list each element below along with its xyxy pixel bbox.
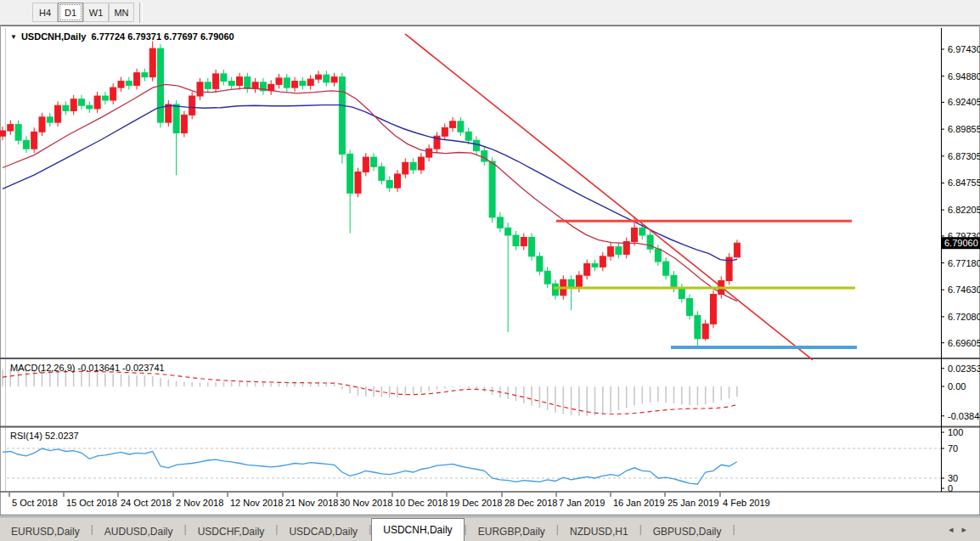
price-axis-label: 6.72080 xyxy=(948,312,980,322)
candle-body xyxy=(616,247,622,255)
price-axis-label: 6.97430 xyxy=(948,44,980,54)
date-axis-label: 30 Nov 2018 xyxy=(340,498,392,508)
symbol-tab-usdchf[interactable]: USDCHF,Daily xyxy=(187,522,276,541)
symbol-tab-usdcad[interactable]: USDCAD,Daily xyxy=(278,522,369,541)
price-axis-label: 6.92405 xyxy=(948,97,980,107)
candle-body xyxy=(395,174,401,188)
candle-body xyxy=(592,264,598,268)
candle-body xyxy=(442,127,448,136)
candle-body xyxy=(189,96,195,115)
candle-body xyxy=(679,288,684,298)
rsi-name: RSI(14) xyxy=(10,431,42,441)
candle-body xyxy=(39,117,45,132)
candle-body xyxy=(316,75,322,79)
candle-body xyxy=(489,161,495,217)
candle-body xyxy=(734,243,740,257)
candle-body xyxy=(355,172,361,193)
date-axis-label: 10 Dec 2018 xyxy=(395,498,448,508)
chart-title: ▼USDCNH,Daily 6.77724 6.79371 6.77697 6.… xyxy=(10,31,234,42)
candle-body xyxy=(134,73,140,86)
candle-body xyxy=(181,115,187,132)
rsi-axis-label: 30 xyxy=(948,473,958,483)
symbol-tab-nzdusd[interactable]: NZDUSD,H1 xyxy=(559,522,639,541)
symbol-dropdown-icon[interactable]: ▼ xyxy=(10,33,17,41)
macd-main-value: -0.013641 xyxy=(77,363,120,373)
candle-body xyxy=(276,78,282,84)
symbol-tab-gbpusd[interactable]: GBPUSD,Daily xyxy=(642,522,733,541)
candle-body xyxy=(228,82,234,86)
symbol-tabbar: EURUSD,Daily|AUDUSD,Daily|USDCHF,Daily|U… xyxy=(0,516,980,541)
macd-signal-value: -0.023741 xyxy=(122,363,165,373)
candle-body xyxy=(63,105,69,110)
candle-body xyxy=(465,132,471,140)
candle-body xyxy=(403,162,408,174)
candle-body xyxy=(55,105,61,122)
candle-body xyxy=(687,299,693,316)
candle-body xyxy=(142,73,148,77)
candle-body xyxy=(363,157,369,172)
candle-body xyxy=(371,157,377,166)
price-axis-label: 6.69605 xyxy=(948,338,980,348)
price-axis-label: 6.74630 xyxy=(948,285,980,295)
candle-body xyxy=(544,271,550,284)
price-axis-label: 6.84755 xyxy=(948,178,980,188)
candle-body xyxy=(418,157,424,170)
candle-body xyxy=(31,132,37,149)
candle-body xyxy=(347,154,353,193)
candle-body xyxy=(497,217,503,228)
symbol-tab-usdcnh[interactable]: USDCNH,Daily xyxy=(371,518,464,541)
date-axis-label: 25 Jan 2019 xyxy=(667,498,719,508)
date-axis-label: 15 Oct 2018 xyxy=(66,498,117,508)
candle-body xyxy=(126,82,132,86)
candle-body xyxy=(87,105,93,109)
price-chart-canvas[interactable]: 6.974306.948806.924056.898556.873056.847… xyxy=(0,0,980,541)
candle-body xyxy=(15,125,21,141)
candle-body xyxy=(213,74,219,88)
candle-body xyxy=(450,121,456,127)
candle-body xyxy=(110,87,116,100)
candle-body xyxy=(237,77,243,86)
candle-body xyxy=(410,162,416,170)
candle-body xyxy=(474,140,480,150)
candle-body xyxy=(292,82,298,87)
macd-axis-label: 0.023534 xyxy=(948,363,980,374)
symbol-tab-eurgbp[interactable]: EURGBP,Daily xyxy=(467,522,556,541)
macd-indicator-label: MACD(12,26,9) -0.013641 -0.023741 xyxy=(10,363,165,373)
date-axis-label: 12 Nov 2018 xyxy=(230,498,283,508)
candle-body xyxy=(663,262,669,275)
candle-body xyxy=(695,315,701,338)
candle-body xyxy=(47,117,53,122)
candle-body xyxy=(537,256,543,271)
candle-body xyxy=(584,264,590,276)
price-axis-label: 6.94880 xyxy=(948,71,980,82)
candle-body xyxy=(529,237,535,256)
candle-body xyxy=(221,74,227,82)
candle-body xyxy=(711,295,717,324)
candle-body xyxy=(23,140,29,149)
candle-body xyxy=(245,77,251,89)
candle-body xyxy=(553,284,559,296)
symbol-tab-audusd[interactable]: AUDUSD,Daily xyxy=(93,522,184,541)
date-axis-label: 19 Dec 2018 xyxy=(449,498,502,508)
tabs-scroll-left-icon[interactable]: ◂ xyxy=(949,524,962,534)
candle-body xyxy=(252,82,258,88)
candle-body xyxy=(307,79,313,85)
price-axis-label: 6.89855 xyxy=(948,124,980,134)
price-axis-label: 6.77180 xyxy=(948,258,980,268)
rsi-value: 52.0237 xyxy=(45,431,79,441)
candle-body xyxy=(102,96,108,100)
rsi-axis-label: 70 xyxy=(948,443,958,454)
rsi-axis-label: 100 xyxy=(948,427,963,437)
candle-body xyxy=(166,104,172,122)
candle-body xyxy=(149,48,155,77)
candle-body xyxy=(639,228,645,235)
chart-symbol-label: USDCNH,Daily xyxy=(21,31,86,42)
symbol-tab-eurusd[interactable]: EURUSD,Daily xyxy=(0,522,91,541)
current-price-label: 6.79060 xyxy=(944,238,978,248)
rsi-indicator-label: RSI(14) 52.0237 xyxy=(10,431,79,441)
candle-body xyxy=(513,235,519,245)
date-axis-label: 7 Jan 2019 xyxy=(559,498,605,508)
tabs-scroll-right-icon[interactable]: ▸ xyxy=(961,524,975,534)
candle-body xyxy=(173,104,179,133)
tab-divider: | xyxy=(732,523,735,537)
